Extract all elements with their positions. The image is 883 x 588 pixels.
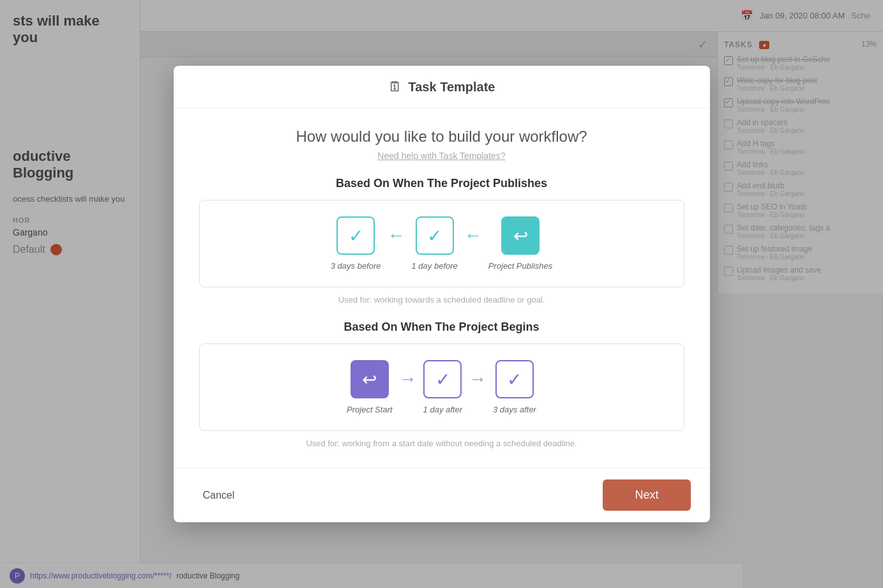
wf-icon-3days: ✓	[336, 216, 375, 255]
modal-footer: Cancel Next	[174, 467, 710, 522]
section-begins: Based On When The Project Begins ↩ Proje…	[199, 320, 684, 448]
wf-item-publishes: ↩ Project Publishes	[488, 216, 552, 271]
workflow-card-1[interactable]: ✓ 3 days before ← ✓ 1 day before ←	[199, 200, 684, 287]
wf-icon-1day-after: ✓	[423, 360, 462, 398]
wf-label-start: Project Start	[347, 405, 393, 414]
arrow-1: ←	[388, 225, 405, 246]
wf-item-3-days: ✓ 3 days before	[331, 216, 381, 271]
section2-note: Used for: working from a start date with…	[199, 439, 684, 448]
arrow-2: ←	[464, 225, 482, 246]
wf-label-1day: 1 day before	[412, 261, 458, 271]
workflow-card-2[interactable]: ↩ Project Start → ✓ 1 day after →	[199, 343, 684, 431]
wf-label-publishes: Project Publishes	[488, 261, 552, 271]
cancel-button[interactable]: Cancel	[193, 485, 245, 506]
wf-label-3days: 3 days before	[331, 261, 381, 271]
modal-header-icon: 🗓	[388, 79, 402, 95]
wf-icon-3days-after: ✓	[495, 360, 534, 398]
arrow-4: →	[469, 369, 487, 389]
modal-question: How would you like to build your workflo…	[199, 128, 684, 161]
wf-icon-1day: ✓	[416, 216, 454, 255]
wf-icon-publishes: ↩	[501, 216, 540, 255]
wf-item-1-day-after: ✓ 1 day after	[423, 360, 462, 414]
wf-label-1day-after: 1 day after	[423, 405, 462, 414]
section1-title: Based On When The Project Publishes	[199, 177, 684, 190]
wf-item-1-day: ✓ 1 day before	[412, 216, 458, 271]
help-link[interactable]: Need help with Task Templates?	[377, 151, 505, 161]
modal-title: Task Template	[409, 80, 495, 94]
task-template-modal: 🗓 Task Template How would you like to bu…	[174, 66, 710, 522]
wf-item-project-start: ↩ Project Start	[347, 360, 393, 414]
modal-overlay: 🗓 Task Template How would you like to bu…	[0, 0, 883, 588]
modal-question-text: How would you like to build your workflo…	[199, 128, 684, 146]
section2-title: Based On When The Project Begins	[199, 320, 684, 334]
modal-body: How would you like to build your workflo…	[174, 109, 710, 467]
wf-icon-start: ↩	[351, 360, 389, 398]
section-publishes: Based On When The Project Publishes ✓ 3 …	[199, 177, 684, 305]
wf-item-3-days-after: ✓ 3 days after	[493, 360, 536, 414]
wf-label-3days-after: 3 days after	[493, 405, 536, 414]
section1-note: Used for: working towards a scheduled de…	[199, 295, 684, 305]
arrow-3: →	[399, 369, 417, 389]
modal-header: 🗓 Task Template	[174, 66, 710, 109]
next-button[interactable]: Next	[603, 479, 690, 511]
